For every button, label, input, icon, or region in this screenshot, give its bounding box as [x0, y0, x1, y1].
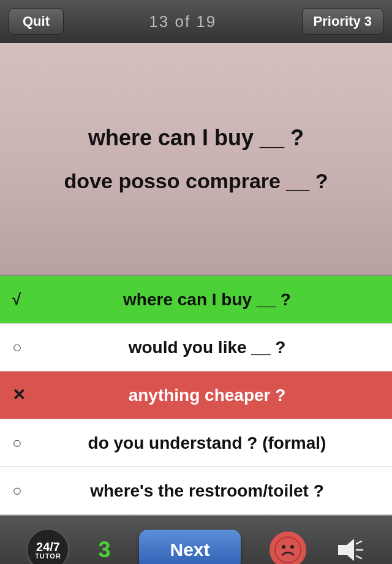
- answer-icon-2: ✕: [12, 386, 34, 405]
- answer-icon-4: ○: [12, 481, 34, 500]
- svg-marker-3: [338, 539, 354, 561]
- answer-row-3[interactable]: ○do you understand ? (formal): [0, 419, 392, 467]
- answers-area: √where can I buy __ ?○would you like __ …: [0, 276, 392, 516]
- answer-icon-0: √: [12, 290, 34, 309]
- answer-icon-1: ○: [12, 338, 34, 357]
- italian-question: dove posso comprare __ ?: [64, 169, 328, 193]
- svg-point-1: [282, 545, 285, 549]
- answer-row-1[interactable]: ○would you like __ ?: [0, 324, 392, 372]
- answer-text-3: do you understand ? (formal): [34, 433, 380, 453]
- bottom-bar: 24/7 TUTOR 3 Next: [0, 516, 392, 564]
- next-button[interactable]: Next: [139, 530, 240, 564]
- score-count: 3: [98, 537, 110, 563]
- svg-point-2: [290, 545, 294, 549]
- speaker-icon[interactable]: [334, 536, 365, 563]
- progress-text: 13 of 19: [149, 12, 216, 31]
- answer-text-2: anything cheaper ?: [34, 386, 380, 405]
- answer-text-0: where can I buy __ ?: [34, 290, 380, 310]
- svg-line-4: [356, 541, 361, 544]
- svg-line-6: [356, 556, 361, 558]
- tutor-word: TUTOR: [35, 553, 61, 560]
- top-bar: Quit 13 of 19 Priority 3: [0, 0, 392, 43]
- english-question: where can I buy __ ?: [88, 125, 304, 151]
- answer-row-0[interactable]: √where can I buy __ ?: [0, 276, 392, 324]
- tutor-number: 24/7: [36, 541, 60, 553]
- svg-point-0: [275, 537, 301, 563]
- answer-icon-3: ○: [12, 433, 34, 452]
- quit-button[interactable]: Quit: [9, 8, 64, 35]
- answer-text-4: where's the restroom/toilet ?: [34, 481, 380, 501]
- sad-face-icon[interactable]: [270, 532, 306, 564]
- question-area: where can I buy __ ? dove posso comprare…: [0, 43, 392, 276]
- answer-text-1: would you like __ ?: [34, 338, 380, 357]
- priority-button[interactable]: Priority 3: [302, 8, 383, 35]
- answer-row-2[interactable]: ✕anything cheaper ?: [0, 372, 392, 419]
- answer-row-4[interactable]: ○where's the restroom/toilet ?: [0, 467, 392, 515]
- tutor-badge: 24/7 TUTOR: [26, 528, 69, 564]
